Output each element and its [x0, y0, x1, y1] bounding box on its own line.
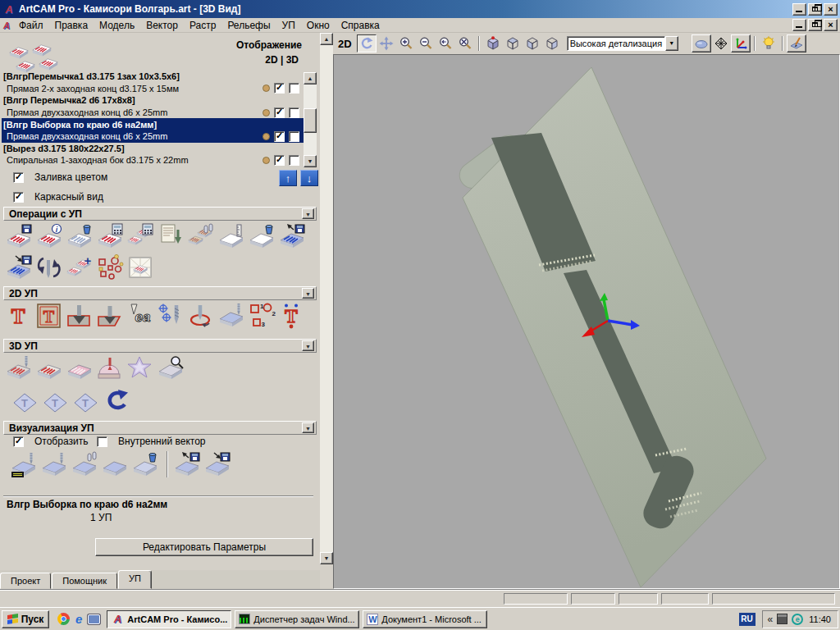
visible-3d-checkbox[interactable] [289, 155, 299, 166]
task-button-artcam[interactable]: ArtCAM Pro - Камисо... [107, 610, 231, 628]
toolpath-template-icon[interactable] [157, 223, 185, 251]
toggle-light-button[interactable] [759, 34, 778, 52]
area-clearance-2d-icon[interactable]: T [35, 302, 63, 330]
menu-item-3[interactable]: Модель [94, 18, 140, 33]
visible-2d-checkbox[interactable] [274, 107, 285, 118]
machine-relief-icon[interactable] [96, 354, 124, 382]
rotate-view-button[interactable] [357, 34, 377, 52]
zoom-previous-button[interactable] [436, 34, 455, 52]
drilling-icon[interactable] [157, 302, 185, 330]
view-down-x-button[interactable] [503, 34, 523, 52]
move-toolpath-up-button[interactable]: ↑ [279, 170, 297, 186]
menu-item-4[interactable]: Вектор [140, 18, 184, 33]
3d-viewport[interactable] [333, 54, 840, 589]
save-toolpath-icon[interactable] [5, 223, 33, 251]
toolpath-group-row[interactable]: [Влгр Перемычка2 d6 17x8x8] [2, 94, 304, 107]
toolpath-tool-row[interactable]: Прямая 2-х заходная конц d3.175 x 15мм [2, 83, 304, 95]
minimize-button[interactable] [792, 3, 806, 16]
delete-material-icon[interactable] [248, 223, 276, 251]
tab-уп[interactable]: УП [118, 570, 152, 589]
wireframe-checkbox[interactable] [13, 192, 24, 203]
list-scroll-thumb[interactable] [304, 108, 317, 133]
profile-bridges-icon[interactable]: T [278, 302, 306, 330]
panel-scroll-down-button[interactable]: ▼ [320, 552, 333, 564]
fill-color-checkbox[interactable] [13, 172, 24, 183]
tray-antivirus-icon[interactable] [792, 614, 803, 625]
zoom-extents-button[interactable] [455, 34, 475, 52]
machine-along-vector-icon[interactable] [217, 302, 245, 330]
toggle-relief-button[interactable] [692, 34, 711, 52]
section-collapse-button[interactable]: ▼ [302, 208, 314, 219]
toolpath-group-row[interactable]: [Влгр Выборка по краю d6 на2мм] [2, 118, 304, 130]
zoom-in-button[interactable] [396, 34, 416, 52]
task-button-word[interactable]: Документ1 - Microsoft ... [363, 610, 487, 628]
laminate-slice-1-icon[interactable]: T [11, 387, 39, 415]
detail-dropdown-button[interactable]: ▼ [665, 36, 678, 51]
batch-calculate-icon[interactable] [126, 223, 154, 251]
show-desktop-icon[interactable] [88, 614, 100, 624]
switch-to-2d-button[interactable]: 2D [338, 38, 352, 50]
section-collapse-button[interactable]: ▼ [302, 288, 314, 299]
feature-machining-icon[interactable] [35, 354, 63, 382]
toolpath-tool-row[interactable]: Прямая двухзаходная конц d6 x 25mm [2, 107, 304, 119]
visible-3d-checkbox[interactable] [289, 131, 299, 142]
merge-toolpaths-icon[interactable] [187, 223, 215, 251]
tab-помощник[interactable]: Помощник [52, 573, 117, 589]
toolpath-group-row[interactable]: [Вырез d3.175 180x22x27.5] [2, 143, 304, 155]
visible-3d-checkbox[interactable] [289, 107, 299, 118]
calculate-toolpath-icon[interactable] [96, 223, 124, 251]
inner-vector-checkbox[interactable] [97, 436, 107, 447]
star-relief-icon[interactable] [126, 354, 154, 382]
menu-item-5[interactable]: Растр [184, 18, 221, 33]
3d-viewport-canvas[interactable] [334, 55, 839, 588]
tab-проект[interactable]: Проект [0, 573, 51, 589]
tray-chevron-icon[interactable]: « [768, 614, 774, 625]
mdi-restore-button[interactable] [808, 19, 822, 31]
zlevel-roughing-icon[interactable] [66, 354, 94, 382]
reset-block-icon[interactable] [101, 451, 129, 479]
visible-2d-checkbox[interactable] [274, 155, 285, 166]
zoom-out-button[interactable] [416, 34, 436, 52]
list-scroll-down-button[interactable]: ▼ [304, 155, 317, 167]
menu-item-1[interactable]: Файл [13, 18, 49, 33]
material-setup-icon[interactable] [217, 223, 245, 251]
toolpath-list-scrollbar[interactable]: ▲ ▼ [304, 72, 317, 167]
add-toolpaths-icon[interactable]: + [66, 254, 94, 282]
restore-button[interactable] [808, 3, 822, 16]
simulate-all-toolpaths-icon[interactable] [71, 451, 98, 479]
section-collapse-button[interactable]: ▼ [302, 422, 314, 433]
simulation-inspect-icon[interactable] [157, 354, 185, 382]
panel-scroll-up-button[interactable]: ▲ [320, 33, 333, 45]
load-simulation-icon[interactable] [203, 451, 231, 479]
rotary-machine-relief-icon[interactable] [5, 354, 33, 382]
toggle-wireframe-button[interactable] [711, 34, 731, 52]
detail-level-select[interactable]: Высокая детализация ▼ [567, 36, 678, 51]
import-toolpath-icon[interactable] [5, 254, 33, 282]
save-simulation-icon[interactable] [173, 451, 201, 479]
toolpath-info-icon[interactable]: i [35, 223, 63, 251]
profile-2d-icon[interactable]: T [5, 302, 33, 330]
edit-parameters-button[interactable]: Редактировать Параметры [95, 538, 313, 556]
chrome-icon[interactable] [57, 613, 70, 625]
menu-item-8[interactable]: Окно [301, 18, 336, 33]
toolpath-group-row[interactable]: [ВлгрПеремычка1 d3.175 1зах 10x3.5x6] [2, 71, 304, 83]
menu-item-2[interactable]: Правка [49, 18, 94, 33]
export-toolpath-icon[interactable] [278, 223, 306, 251]
laminate-slice-3-icon[interactable]: T [72, 387, 100, 415]
undo-machining-icon[interactable] [103, 387, 130, 415]
view-down-y-button[interactable] [523, 34, 542, 52]
view-down-z-button[interactable] [542, 34, 562, 52]
simulate-fast-icon[interactable] [40, 451, 68, 479]
engrave-text-icon[interactable]: ea [126, 302, 154, 330]
task-button-taskmgr[interactable]: Диспетчер задач Wind... [235, 610, 359, 628]
vector-order-icon[interactable]: 123 [248, 302, 276, 330]
list-scroll-up-button[interactable]: ▲ [304, 72, 317, 84]
inlay-wizard-icon[interactable] [187, 302, 215, 330]
menu-item-7[interactable]: УП [276, 18, 301, 33]
mdi-minimize-button[interactable] [792, 19, 806, 31]
visible-2d-checkbox[interactable] [274, 131, 285, 142]
menu-item-9[interactable]: Справка [336, 18, 386, 33]
vbit-carving-icon[interactable] [66, 302, 94, 330]
delete-simulation-icon[interactable] [131, 451, 159, 479]
tray-app-icon[interactable] [777, 614, 788, 624]
